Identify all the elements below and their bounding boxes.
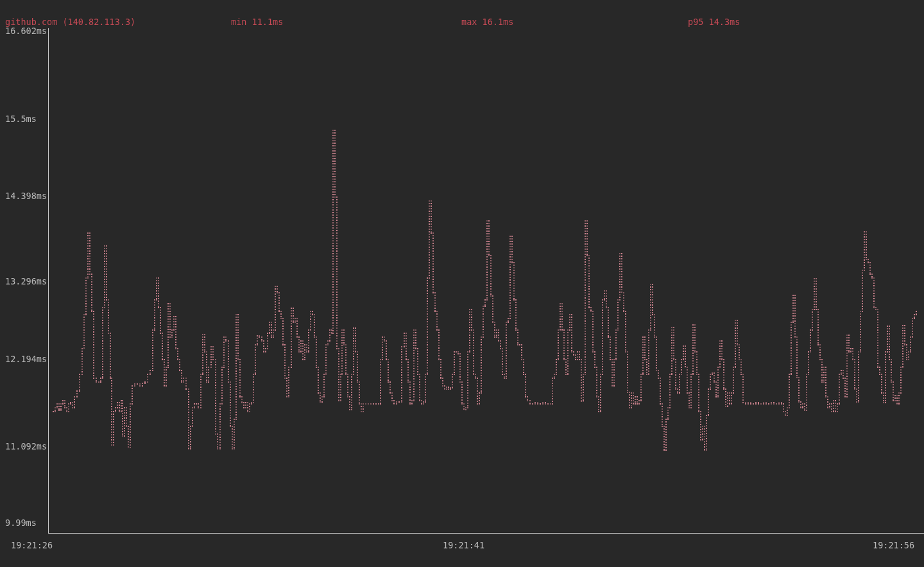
x-axis-line bbox=[48, 533, 924, 534]
stat-max: max 16.1ms bbox=[461, 17, 513, 27]
latency-chart-canvas bbox=[0, 0, 924, 567]
y-tick-11-092: 11.092ms bbox=[5, 442, 47, 451]
stat-p95: p95 14.3ms bbox=[688, 17, 740, 27]
gping-terminal-screen: github.com (140.82.113.3) min 11.1ms max… bbox=[0, 0, 924, 567]
y-tick-9-99: 9.99ms bbox=[5, 518, 37, 528]
y-tick-14-398: 14.398ms bbox=[5, 191, 47, 201]
y-tick-15-5: 15.5ms bbox=[5, 114, 37, 124]
stat-min: min 11.1ms bbox=[231, 17, 283, 27]
x-tick-start: 19:21:26 bbox=[11, 541, 53, 550]
y-tick-12-194: 12.194ms bbox=[5, 354, 47, 364]
x-tick-middle: 19:21:41 bbox=[443, 541, 484, 550]
y-tick-16-602: 16.602ms bbox=[5, 26, 47, 36]
y-axis-line bbox=[48, 28, 49, 533]
y-tick-13-296: 13.296ms bbox=[5, 277, 47, 286]
x-tick-end: 19:21:56 bbox=[873, 541, 914, 550]
